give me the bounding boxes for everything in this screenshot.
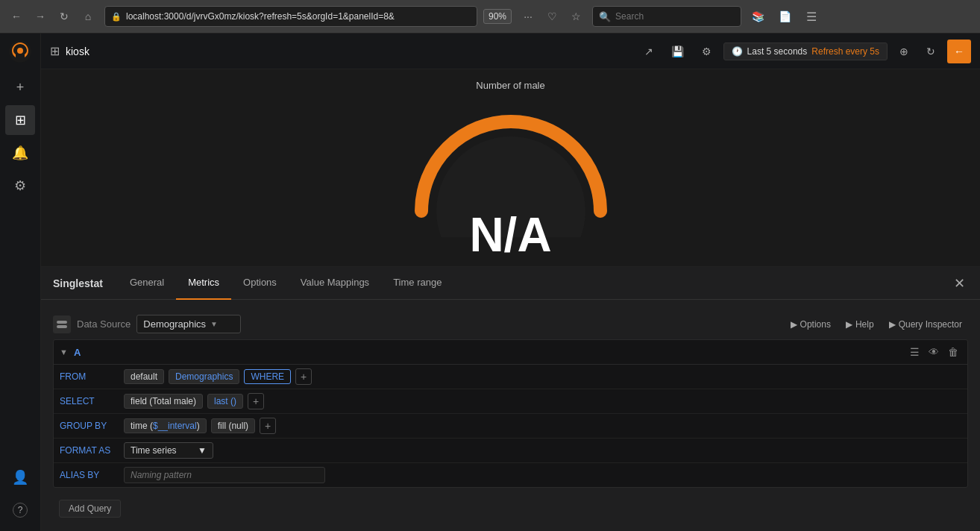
reader-button[interactable]: 📄 [774, 6, 795, 27]
plus-icon: + [16, 80, 25, 95]
sidebar-item-create[interactable]: + [5, 72, 35, 102]
reload-button[interactable]: ↻ [54, 6, 75, 27]
close-editor-button[interactable]: ✕ [951, 272, 968, 295]
tab-value-mappings[interactable]: Value Mappings [289, 267, 381, 300]
query-group-by-row: GROUP BY time ($__interval) fill (null) … [54, 414, 967, 439]
svg-point-1 [17, 48, 23, 54]
options-toggle-button[interactable]: ▶ Options [785, 316, 837, 333]
add-query-button[interactable]: Add Query [59, 500, 121, 518]
query-inspector-label: Query Inspector [899, 319, 962, 330]
query-select-row: SELECT field (Total male) last () + [54, 389, 967, 414]
svg-rect-3 [57, 321, 67, 324]
query-block-header: ▼ A ☰ 👁 🗑 [54, 340, 967, 365]
datasource-row: Data Source Demographics ▼ ▶ Options ▶ H… [53, 309, 968, 339]
app-container: + ⊞ 🔔 ⚙ 👤 ? ⊞ kiosk ↗ [0, 34, 980, 531]
from-db-tag[interactable]: default [124, 369, 164, 384]
library-button[interactable]: 📚 [747, 6, 768, 27]
from-label: FROM [60, 371, 119, 382]
panel-editor: Singlestat General Metrics Options Value… [41, 267, 980, 531]
query-alias-row: ALIAS BY [54, 463, 967, 487]
query-block-a: ▼ A ☰ 👁 🗑 [53, 339, 968, 488]
search-input[interactable] [615, 11, 735, 22]
group-by-time-tag[interactable]: time ($__interval) [124, 418, 207, 433]
save-button[interactable]: 💾 [665, 43, 690, 60]
sidebar-item-alerting[interactable]: 🔔 [5, 138, 35, 168]
time-range-control[interactable]: 🕐 Last 5 seconds Refresh every 5s [723, 43, 888, 60]
zoom-button[interactable]: ⊕ [893, 43, 914, 60]
topbar-title-area: ⊞ kiosk [50, 44, 632, 58]
grid-icon: ⊞ [15, 112, 26, 128]
browser-nav-buttons: ← → ↻ ⌂ [6, 6, 98, 27]
select-fn-tag[interactable]: last () [207, 394, 243, 409]
select-field-tag[interactable]: field (Total male) [124, 394, 203, 409]
tab-metrics[interactable]: Metrics [176, 267, 231, 300]
query-delete-button[interactable]: 🗑 [945, 345, 961, 359]
share-button[interactable]: ↗ [638, 43, 659, 60]
gauge-value: N/A [469, 207, 551, 263]
query-duplicate-button[interactable]: ☰ [907, 345, 923, 359]
apps-icon: ⊞ [50, 44, 60, 58]
query-collapse-toggle[interactable]: ▼ [60, 348, 68, 356]
panel-type-label: Singlestat [53, 277, 103, 289]
where-tag[interactable]: WHERE [244, 369, 291, 384]
user-icon: 👤 [12, 469, 28, 486]
select-label: SELECT [60, 396, 119, 406]
home-button[interactable]: ⌂ [78, 6, 98, 27]
menu-dots-button[interactable]: ··· [518, 6, 538, 27]
add-query-label: Add Query [69, 503, 111, 514]
query-visibility-button[interactable]: 👁 [926, 345, 942, 359]
topbar-actions: ↗ 💾 ⚙ 🕐 Last 5 seconds Refresh every 5s … [638, 40, 971, 63]
dashboard-title: kiosk [66, 45, 89, 57]
refresh-button[interactable]: ↻ [920, 43, 941, 60]
browser-search-bar[interactable]: 🔍 [592, 6, 741, 27]
back-button[interactable]: ← [6, 6, 27, 27]
back-to-dashboard-button[interactable]: ← [947, 40, 971, 63]
options-caret-icon: ▶ [791, 319, 797, 330]
add-select-button[interactable]: + [248, 393, 264, 409]
query-inspector-button[interactable]: ▶ Query Inspector [883, 316, 968, 333]
dropdown-caret-icon: ▼ [210, 320, 218, 328]
star-button[interactable]: ☆ [565, 6, 586, 27]
inspector-caret-icon: ▶ [889, 319, 896, 330]
refresh-label: Refresh every 5s [811, 46, 879, 57]
add-group-button[interactable]: + [260, 418, 276, 434]
query-action-buttons: ☰ 👁 🗑 [907, 345, 961, 359]
panel-editor-header: Singlestat General Metrics Options Value… [41, 267, 980, 300]
browser-actions: ··· ♡ ☆ [518, 6, 586, 27]
fill-tag[interactable]: fill (null) [211, 418, 255, 433]
sidebar-item-dashboards[interactable]: ⊞ [5, 105, 35, 135]
search-icon: 🔍 [599, 11, 611, 22]
help-toggle-button[interactable]: ▶ Help [840, 316, 880, 333]
group-by-time-text: time ( [131, 421, 153, 431]
hamburger-button[interactable]: ☰ [801, 6, 822, 27]
from-table-tag[interactable]: Demographics [169, 369, 239, 384]
bookmark-button[interactable]: ♡ [541, 6, 562, 27]
datasource-label: Data Source [77, 318, 131, 330]
address-bar[interactable]: 🔒 localhost:3000/d/jvrvGx0mz/kiosk?refre… [104, 6, 477, 27]
query-letter: A [74, 347, 81, 358]
bell-icon: 🔔 [12, 145, 28, 161]
svg-rect-4 [57, 325, 67, 328]
alias-input[interactable] [124, 467, 325, 483]
url-text: localhost:3000/d/jvrvGx0mz/kiosk?refresh… [126, 11, 395, 22]
zoom-badge: 90% [483, 9, 512, 24]
forward-button[interactable]: → [30, 6, 51, 27]
sidebar-item-configuration[interactable]: ⚙ [5, 171, 35, 201]
format-as-dropdown[interactable]: Time series ▼ [124, 442, 213, 459]
sidebar-item-profile[interactable]: 👤 [5, 462, 35, 492]
sidebar: + ⊞ 🔔 ⚙ 👤 ? [0, 34, 41, 531]
clock-icon: 🕐 [732, 46, 743, 57]
duplicate-icon: ☰ [910, 346, 920, 358]
query-options-right: ▶ Options ▶ Help ▶ Query Inspector [785, 316, 968, 333]
add-where-button[interactable]: + [295, 368, 312, 385]
tab-general[interactable]: General [118, 267, 176, 300]
help-caret-icon: ▶ [846, 319, 852, 330]
tab-time-range[interactable]: Time range [381, 267, 453, 300]
tab-options[interactable]: Options [231, 267, 289, 300]
grafana-logo[interactable] [8, 40, 32, 63]
datasource-dropdown[interactable]: Demographics ▼ [136, 315, 241, 333]
settings-button[interactable]: ⚙ [696, 43, 717, 60]
sidebar-item-help[interactable]: ? [5, 495, 35, 525]
panel-visualization: Number of male N/A [41, 69, 980, 267]
format-as-label: FORMAT AS [60, 445, 119, 456]
